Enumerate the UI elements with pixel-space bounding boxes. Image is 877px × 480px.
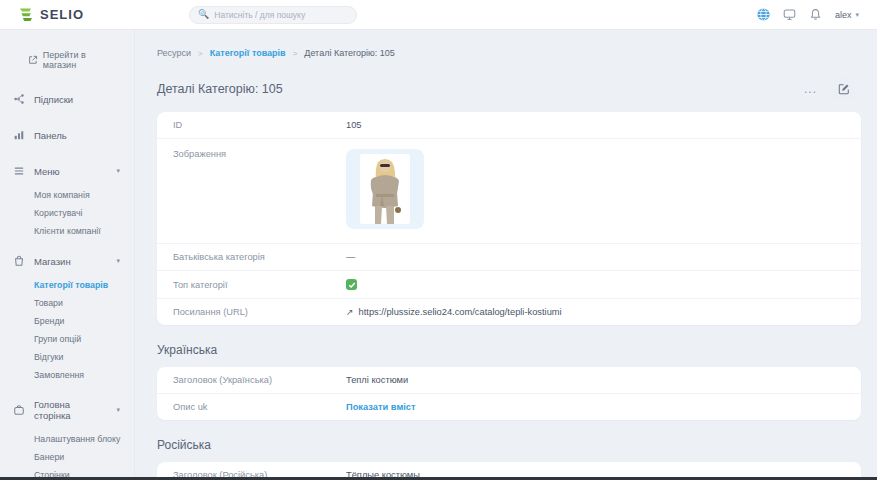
search-icon: 🔍	[198, 10, 209, 19]
search-input[interactable]	[214, 10, 348, 20]
section-title-russian: Російська	[157, 438, 861, 452]
page-header: Деталі Категорію: 105 ...	[157, 78, 861, 100]
detail-row-image: Зображення	[157, 139, 861, 244]
field-label: Топ категорії	[173, 280, 346, 290]
display-icon[interactable]	[783, 8, 796, 21]
sidebar-subitem-reviews[interactable]: Відгуки	[0, 348, 134, 366]
sidebar-item-label: Панель	[34, 130, 67, 141]
section-title-ukrainian: Українська	[157, 343, 861, 357]
user-menu[interactable]: alex ▾	[835, 10, 859, 20]
field-label: Зображення	[173, 149, 346, 159]
top-category-checkbox-checked[interactable]	[346, 279, 357, 290]
bar-chart-icon	[13, 129, 25, 141]
topbar: SELIO 🔍 alex ▾	[0, 0, 877, 30]
breadcrumb-current: Деталі Категорію: 105	[304, 48, 395, 58]
logo-text: SELIO	[40, 7, 84, 22]
breadcrumb: Ресурси > Категорії товарів > Деталі Кат…	[157, 48, 861, 58]
more-actions-button[interactable]: ...	[804, 84, 817, 94]
chevron-down-icon: ▾	[116, 406, 120, 414]
show-content-link[interactable]: Показати вміст	[346, 402, 845, 412]
user-name: alex	[835, 10, 852, 20]
shopping-bag-icon	[13, 255, 25, 267]
homepage-icon	[13, 404, 25, 416]
page-actions: ...	[804, 78, 861, 100]
breadcrumb-separator: >	[293, 49, 298, 58]
field-label: Опис uk	[173, 402, 346, 412]
sidebar-goto-store[interactable]: Перейти в магазин	[0, 48, 134, 84]
sidebar-subitem-pages[interactable]: Сторінки	[0, 466, 134, 477]
detail-row-id: ID 105	[157, 112, 861, 139]
field-label: Заголовок (Українська)	[173, 375, 346, 385]
field-label: Батьківська категорія	[173, 252, 346, 262]
sidebar-item-homepage[interactable]: Головна сторінка ▾	[0, 390, 134, 430]
breadcrumb-resources[interactable]: Ресурси	[157, 48, 191, 58]
chevron-down-icon: ▾	[116, 257, 120, 265]
category-details-card: ID 105 Зображення	[157, 112, 861, 325]
detail-row-description-uk: Опис uk Показати вміст	[157, 394, 861, 420]
field-value: 105	[346, 120, 845, 130]
chevron-down-icon: ▾	[855, 11, 859, 19]
sidebar-subitem-users[interactable]: Користувачі	[0, 204, 134, 222]
russian-section-card: Заголовок (Російська) Тёплые костюмы Опи…	[157, 462, 861, 477]
category-photo	[360, 154, 410, 224]
field-label: Посилання (URL)	[173, 307, 346, 317]
sidebar-goto-store-label: Перейти в магазин	[43, 50, 120, 70]
sidebar-subitem-brands[interactable]: Бренди	[0, 312, 134, 330]
detail-row-top-category: Топ категорії	[157, 271, 861, 299]
sidebar-item-menu[interactable]: Меню ▾	[0, 156, 134, 186]
selio-logo-icon	[18, 7, 34, 23]
subscriptions-icon	[13, 93, 25, 105]
sidebar-subitem-banners[interactable]: Банери	[0, 448, 134, 466]
field-label: ID	[173, 120, 346, 130]
edit-button[interactable]	[833, 78, 855, 100]
menu-list-icon	[13, 165, 25, 177]
sidebar-subitem-company-clients[interactable]: Клієнти компанії	[0, 222, 134, 240]
sidebar-item-label: Меню	[34, 166, 60, 177]
breadcrumb-product-categories[interactable]: Категорії товарів	[210, 48, 286, 58]
page-title: Деталі Категорію: 105	[157, 82, 283, 96]
breadcrumb-separator: >	[198, 49, 203, 58]
sidebar-subitem-product-categories[interactable]: Категорії товарів	[0, 276, 134, 294]
main-content: Ресурси > Категорії товарів > Деталі Кат…	[135, 30, 877, 477]
field-value: Теплі костюми	[346, 375, 845, 385]
sidebar-subitem-option-groups[interactable]: Групи опцій	[0, 330, 134, 348]
sidebar-item-subscriptions[interactable]: Підписки	[0, 84, 134, 114]
sidebar: Перейти в магазин Підписки Панель	[0, 30, 135, 477]
field-value: —	[346, 252, 845, 262]
external-arrow-icon: ↗	[346, 307, 354, 317]
bell-icon[interactable]	[809, 8, 822, 21]
detail-row-title-ru: Заголовок (Російська) Тёплые костюмы	[157, 462, 861, 477]
chevron-down-icon: ▾	[116, 167, 120, 175]
sidebar-item-label: Підписки	[34, 94, 73, 105]
topbar-actions: alex ▾	[757, 8, 859, 21]
field-value: Тёплые костюмы	[346, 470, 845, 477]
selio-logo[interactable]: SELIO	[18, 7, 84, 23]
sidebar-subitem-block-settings[interactable]: Налаштування блоку	[0, 430, 134, 448]
checkmark-icon	[348, 281, 356, 289]
sidebar-subitem-orders[interactable]: Замовлення	[0, 366, 134, 384]
global-search[interactable]: 🔍	[189, 6, 357, 24]
sidebar-subitem-products[interactable]: Товари	[0, 294, 134, 312]
detail-row-url: Посилання (URL) ↗ https://plussize.selio…	[157, 299, 861, 325]
field-label: Заголовок (Російська)	[173, 470, 346, 477]
category-url-link[interactable]: https://plussize.selio24.com/catalog/tep…	[359, 307, 562, 317]
sidebar-item-label: Головна сторінка	[34, 399, 107, 421]
sidebar-subitem-my-company[interactable]: Моя компанія	[0, 186, 134, 204]
external-link-icon	[28, 55, 38, 65]
detail-row-title-uk: Заголовок (Українська) Теплі костюми	[157, 367, 861, 394]
edit-pencil-icon	[838, 83, 850, 95]
sidebar-item-label: Магазин	[34, 256, 71, 267]
sidebar-item-panel[interactable]: Панель	[0, 120, 134, 150]
ukrainian-section-card: Заголовок (Українська) Теплі костюми Опи…	[157, 367, 861, 420]
detail-row-parent-category: Батьківська категорія —	[157, 244, 861, 271]
sidebar-item-shop[interactable]: Магазин ▾	[0, 246, 134, 276]
language-globe-icon[interactable]	[757, 8, 770, 21]
category-image-thumbnail[interactable]	[346, 149, 424, 229]
